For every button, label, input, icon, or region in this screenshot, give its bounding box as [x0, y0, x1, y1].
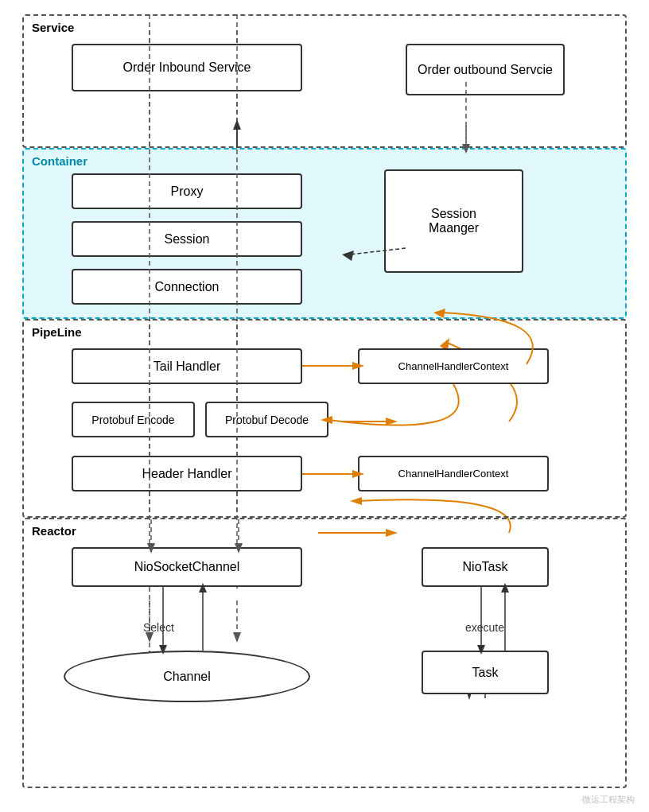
section-service: Service Order Inbound Service Order outb… — [22, 14, 627, 148]
connection-box: Connection — [72, 269, 302, 305]
session-manager-box: Session Maanger — [384, 169, 523, 273]
watermark: 微运工程架构 — [582, 794, 635, 806]
container-label: Container — [24, 150, 625, 173]
proxy-box: Proxy — [72, 173, 302, 209]
execute-label: execute — [465, 621, 504, 634]
channel-handler-context-2-box: ChannelHandlerContext — [358, 456, 549, 491]
order-inbound-service-box: Order Inbound Service — [72, 44, 302, 91]
tail-handler-box: Tail Handler — [72, 348, 302, 384]
order-outbound-service-box: Order outbound Servcie — [406, 44, 565, 95]
protobuf-encode-box: Protobuf Encode — [72, 402, 195, 437]
section-reactor: Reactor NioSocketChannel NioTask Channel… — [22, 518, 627, 788]
reactor-label: Reactor — [24, 519, 625, 542]
service-label: Service — [24, 16, 625, 39]
task-box: Task — [422, 651, 549, 694]
header-handler-box: Header Handler — [72, 456, 302, 491]
channel-handler-context-1-box: ChannelHandlerContext — [358, 348, 549, 384]
session-box: Session — [72, 221, 302, 257]
section-pipeline: PipeLine Tail Handler ChannelHandlerCont… — [22, 319, 627, 518]
select-label: Select — [143, 621, 174, 634]
nio-socket-channel-box: NioSocketChannel — [72, 547, 302, 587]
section-container: Container Proxy Session Connection Sessi… — [22, 148, 627, 319]
nio-task-box: NioTask — [422, 547, 549, 587]
pipeline-label: PipeLine — [24, 321, 625, 344]
protobuf-decode-box: Protobuf Decode — [205, 402, 328, 437]
channel-ellipse: Channel — [64, 651, 310, 702]
